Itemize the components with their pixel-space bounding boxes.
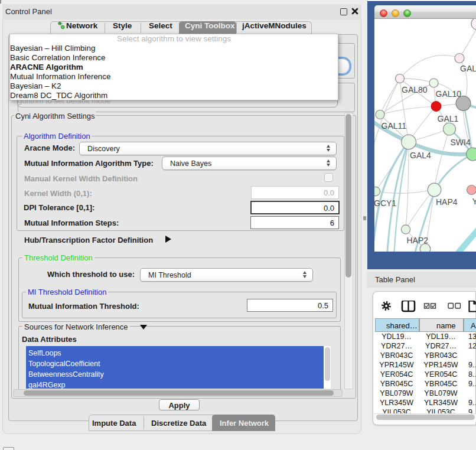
svg-text:Y: Y [472,197,476,206]
svg-text:SWI4: SWI4 [451,138,471,147]
svg-text:GCY1: GCY1 [374,198,396,208]
svg-text:GAL80: GAL80 [402,85,428,94]
svg-text:GAL10: GAL10 [436,89,462,99]
svg-text:GAL2: GAL2 [460,64,476,73]
svg-text:GAL4: GAL4 [410,151,431,160]
svg-text:GAL11: GAL11 [382,121,407,131]
svg-text:GAL1: GAL1 [438,114,459,123]
svg-text:HAP2: HAP2 [407,236,429,245]
svg-text:HAP4: HAP4 [436,197,458,207]
